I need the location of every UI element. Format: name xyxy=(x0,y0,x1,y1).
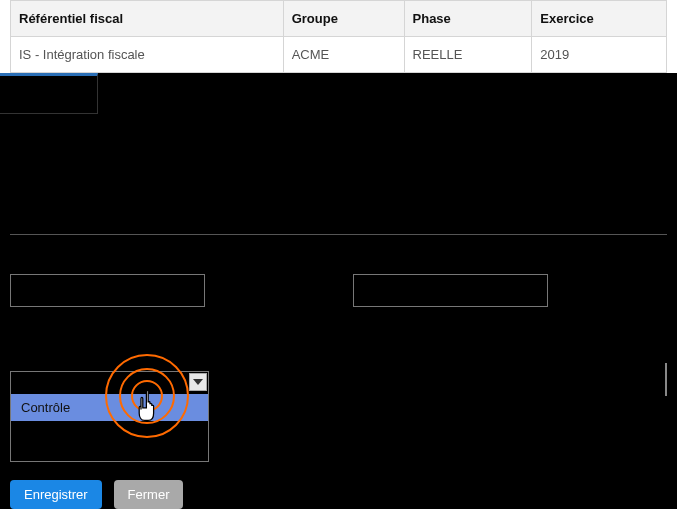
cell-phase: REELLE xyxy=(404,37,532,73)
table-header-row: Référentiel fiscal Groupe Phase Exercice xyxy=(11,1,667,37)
tab-active[interactable] xyxy=(0,73,98,114)
table-row: IS - Intégration fiscale ACME REELLE 201… xyxy=(11,37,667,73)
vertical-indicator xyxy=(665,363,667,396)
save-button[interactable]: Enregistrer xyxy=(10,480,102,509)
col-groupe: Groupe xyxy=(283,1,404,37)
section-divider xyxy=(10,234,667,235)
context-table-wrap: Référentiel fiscal Groupe Phase Exercice… xyxy=(0,0,677,73)
col-exercice: Exercice xyxy=(532,1,667,37)
form-area: Contrôle Enregistrer Fermer xyxy=(0,114,677,509)
cell-groupe: ACME xyxy=(283,37,404,73)
tab-strip xyxy=(0,73,677,114)
chevron-down-icon[interactable] xyxy=(189,373,207,391)
close-button[interactable]: Fermer xyxy=(114,480,184,509)
type-dropdown[interactable]: Contrôle xyxy=(10,371,209,462)
dropdown-empty-space xyxy=(11,421,208,461)
col-phase: Phase xyxy=(404,1,532,37)
cell-referentiel: IS - Intégration fiscale xyxy=(11,37,284,73)
dropdown-list: Contrôle xyxy=(11,394,208,461)
dropdown-value xyxy=(11,372,188,394)
dropdown-option-controle[interactable]: Contrôle xyxy=(11,394,208,421)
cell-exercice: 2019 xyxy=(532,37,667,73)
button-row: Enregistrer Fermer xyxy=(10,480,183,509)
text-input-2[interactable] xyxy=(353,274,548,307)
dropdown-trigger[interactable] xyxy=(11,372,208,394)
text-input-1[interactable] xyxy=(10,274,205,307)
col-referentiel: Référentiel fiscal xyxy=(11,1,284,37)
context-table: Référentiel fiscal Groupe Phase Exercice… xyxy=(10,0,667,73)
